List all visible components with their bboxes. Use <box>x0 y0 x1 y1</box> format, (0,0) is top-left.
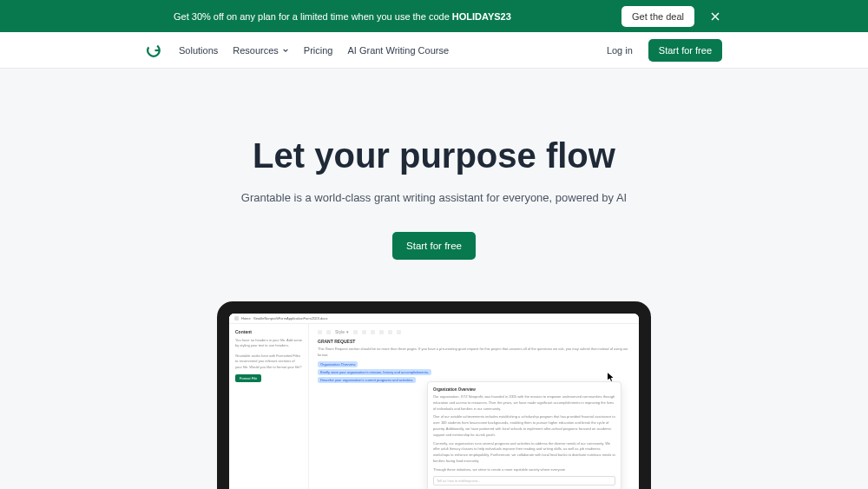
app-main: Style ▾ GRANT REQUEST This Grant Request… <box>309 314 639 489</box>
svg-point-2 <box>146 43 161 58</box>
login-link[interactable]: Log in <box>607 45 633 56</box>
doc-highlight: Briefly state your organization's missio… <box>318 369 431 375</box>
get-deal-button[interactable]: Get the deal <box>621 6 694 27</box>
cursor-icon <box>608 373 615 381</box>
undo-icon <box>318 330 322 334</box>
popup-text: Our organization, XYZ Nonprofit, was fou… <box>433 394 615 412</box>
redo-icon <box>326 330 331 334</box>
nav-label: Resources <box>233 45 279 56</box>
nav-label: Solutions <box>179 45 218 56</box>
hero-title: Let your purpose flow <box>0 136 868 175</box>
style-label: Style ▾ <box>335 329 349 334</box>
hero-section: Let your purpose flow Grantable is a wor… <box>0 69 868 260</box>
doc-text: This Grant Request section should be no … <box>318 347 630 359</box>
svg-marker-4 <box>608 373 613 381</box>
format-file-button: Format File <box>235 374 261 382</box>
chevron-down-icon <box>282 47 289 54</box>
promo-text: Get 30% off on any plan for a limited ti… <box>174 11 511 22</box>
popup-text: Through these initiatives, we strive to … <box>433 467 615 473</box>
bold-icon <box>353 330 358 334</box>
promo-right: Get the deal <box>621 6 720 27</box>
sidebar-text: You have no headers in your file. Add so… <box>235 338 302 349</box>
doc-highlight: Organization Overview <box>318 361 358 367</box>
promo-code: HOLIDAYS23 <box>452 11 511 22</box>
start-free-button[interactable]: Start for free <box>648 39 722 62</box>
editor-toolbar: Style ▾ <box>318 329 630 334</box>
promo-message: Get 30% off on any plan for a limited ti… <box>174 11 450 22</box>
app-sidebar: Content You have no headers in your file… <box>229 314 309 489</box>
nav-label: AI Grant Writing Course <box>347 45 449 56</box>
ai-popup-panel: Organization Overview Our organization, … <box>427 381 621 489</box>
home-icon <box>234 316 239 320</box>
header-nav: Solutions Resources Pricing AI Grant Wri… <box>0 32 868 69</box>
promo-banner: Get 30% off on any plan for a limited ti… <box>0 0 868 32</box>
tablet-frame: Home · SeattleNonprofitFormApplicationFo… <box>217 301 651 489</box>
sidebar-text: Grantable works best with Formatted File… <box>235 354 302 370</box>
italic-icon <box>362 330 366 334</box>
close-icon <box>710 11 720 22</box>
breadcrumb-text: Home · SeattleNonprofitFormApplicationFo… <box>241 316 327 320</box>
doc-highlight: Describe your organization's current pro… <box>318 377 416 383</box>
logo-icon <box>146 43 161 58</box>
close-banner-button[interactable] <box>710 11 720 22</box>
doc-section-title: GRANT REQUEST <box>318 339 630 344</box>
header-left: Solutions Resources Pricing AI Grant Wri… <box>146 43 449 58</box>
popup-text: Currently, our organization runs several… <box>433 441 615 465</box>
sidebar-title: Content <box>235 329 302 334</box>
link-icon <box>388 330 392 334</box>
tablet-screen: Content You have no headers in your file… <box>229 314 639 489</box>
hero-subtitle: Grantable is a world-class grant writing… <box>0 191 868 204</box>
popup-title: Organization Overview <box>433 387 615 392</box>
popup-text: One of our notable achievements includes… <box>433 414 615 438</box>
more-icon <box>397 330 401 334</box>
popup-input: Tell us how to edit/improve... <box>433 476 615 486</box>
app-breadcrumb: Home · SeattleNonprofitFormApplicationFo… <box>229 314 639 324</box>
nav-resources[interactable]: Resources <box>233 45 289 56</box>
nav-label: Pricing <box>304 45 333 56</box>
nav-items: Solutions Resources Pricing AI Grant Wri… <box>179 45 449 56</box>
hero-cta-button[interactable]: Start for free <box>392 232 476 260</box>
preview-container: Home · SeattleNonprofitFormApplicationFo… <box>0 301 868 489</box>
list-icon <box>379 330 384 334</box>
nav-course[interactable]: AI Grant Writing Course <box>347 45 449 56</box>
nav-pricing[interactable]: Pricing <box>304 45 333 56</box>
header-right: Log in Start for free <box>607 39 722 62</box>
underline-icon <box>371 330 375 334</box>
logo[interactable] <box>146 43 161 58</box>
nav-solutions[interactable]: Solutions <box>179 45 218 56</box>
